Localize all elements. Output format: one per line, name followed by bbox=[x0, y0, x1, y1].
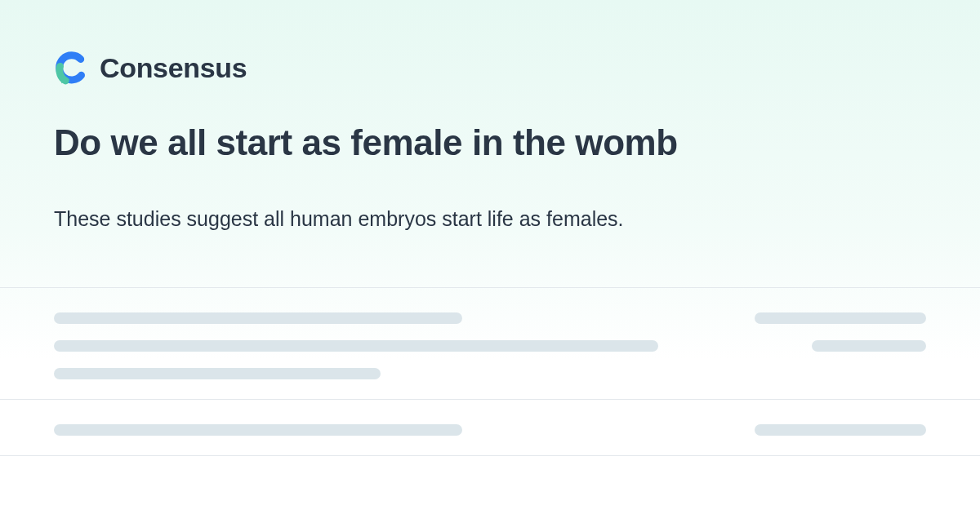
consensus-logo-icon bbox=[54, 51, 88, 85]
results-list bbox=[0, 287, 980, 456]
brand-name: Consensus bbox=[100, 52, 247, 84]
result-skeleton-card bbox=[0, 287, 980, 399]
result-skeleton-card bbox=[0, 399, 980, 456]
skeleton-line bbox=[54, 368, 381, 379]
skeleton-line bbox=[54, 424, 462, 436]
page-title: Do we all start as female in the womb bbox=[54, 122, 926, 164]
summary-text: These studies suggest all human embryos … bbox=[54, 205, 926, 233]
skeleton-line bbox=[54, 312, 462, 324]
skeleton-line bbox=[755, 424, 926, 436]
skeleton-line bbox=[755, 312, 926, 324]
brand-header: Consensus bbox=[54, 51, 926, 85]
skeleton-line bbox=[54, 340, 658, 352]
skeleton-line bbox=[812, 340, 926, 352]
